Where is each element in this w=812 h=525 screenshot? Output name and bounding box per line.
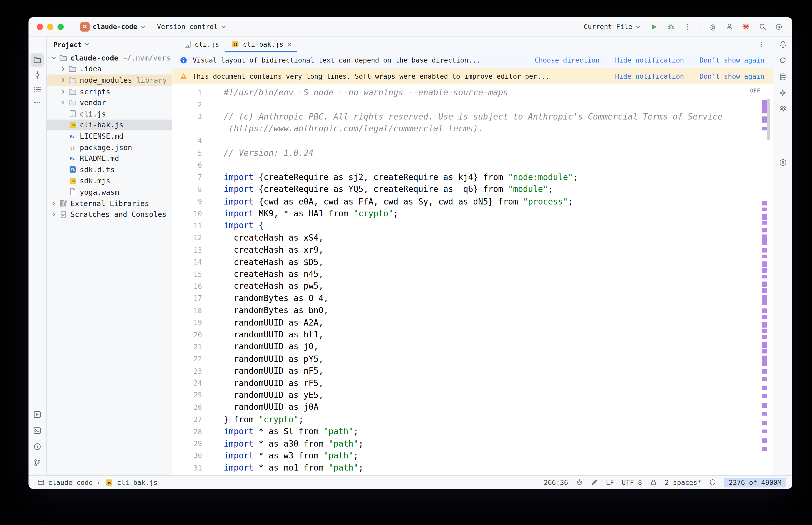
search-icon[interactable] xyxy=(756,20,768,33)
code-line[interactable]: 22 randomUUID as pY5, xyxy=(172,353,773,365)
line-number[interactable]: 28 xyxy=(172,427,202,435)
tree-item-cli.js[interactable]: 10JScli.js xyxy=(47,108,172,119)
project-icon[interactable] xyxy=(31,53,44,66)
code-line[interactable]: 23 randomUUID as nF5, xyxy=(172,365,773,377)
tab-cli-bak.js[interactable]: JScli-bak.js× xyxy=(225,37,297,52)
tree-item-readme.md[interactable]: M↓README.md xyxy=(47,153,172,164)
lock-icon[interactable] xyxy=(650,479,657,486)
line-number[interactable]: 29 xyxy=(172,439,202,448)
code-editor[interactable]: 1#!/usr/bin/env -S node --no-warnings --… xyxy=(172,85,773,475)
tree-item-vendor[interactable]: vendor xyxy=(47,97,172,108)
tree-item-sdk.mjs[interactable]: JSsdk.mjs xyxy=(47,175,172,186)
readonly-toggle-icon[interactable] xyxy=(591,479,598,486)
database-icon[interactable] xyxy=(776,70,789,83)
chevron-down-icon[interactable] xyxy=(50,55,58,61)
line-number[interactable]: 9 xyxy=(172,197,202,206)
line-number[interactable]: 25 xyxy=(172,391,202,399)
line-number[interactable]: 27 xyxy=(172,415,202,423)
chevron-right-icon[interactable] xyxy=(50,212,58,217)
services-icon[interactable] xyxy=(31,408,44,421)
tab-close-icon[interactable]: × xyxy=(287,40,292,48)
caret-position-widget[interactable]: 266:36 xyxy=(544,478,568,486)
code-line[interactable]: 30import * as w3 from "path"; xyxy=(172,450,773,462)
chevron-right-icon[interactable] xyxy=(50,200,58,206)
code-line[interactable]: 27} from "crypto"; xyxy=(172,413,773,425)
code-line[interactable]: (https://www.anthropic.com/legal/commerc… xyxy=(172,123,773,135)
close-window-button[interactable] xyxy=(37,24,43,30)
tab-options-icon[interactable] xyxy=(755,38,767,50)
line-number[interactable]: 16 xyxy=(172,282,202,290)
code-line[interactable]: 24 randomUUID as rF5, xyxy=(172,377,773,389)
code-line[interactable]: 7import {createRequire as sj2, createReq… xyxy=(172,171,773,183)
line-number[interactable]: 7 xyxy=(172,173,202,181)
code-line[interactable]: 9import {cwd as e0A, cwd as FfA, cwd as … xyxy=(172,195,773,208)
line-number[interactable]: 22 xyxy=(172,355,202,363)
code-line[interactable]: 31import * as mo1 from "path"; xyxy=(172,462,773,474)
line-number[interactable]: 6 xyxy=(172,161,202,169)
line-number[interactable]: 30 xyxy=(172,451,202,460)
shield-icon[interactable] xyxy=(709,479,717,486)
code-line[interactable]: 20 randomUUID as ht1, xyxy=(172,329,773,341)
zoom-window-button[interactable] xyxy=(58,24,64,30)
code-line[interactable]: 15 createHash as n45, xyxy=(172,268,773,280)
line-number[interactable]: 17 xyxy=(172,294,202,302)
line-number[interactable]: 3 xyxy=(172,112,202,121)
banner-link-hide-notification[interactable]: Hide notification xyxy=(615,72,684,80)
code-line[interactable]: 12 createHash as xS4, xyxy=(172,232,773,244)
version-control-icon[interactable] xyxy=(31,456,44,469)
more-icon[interactable] xyxy=(31,96,44,109)
code-line[interactable]: 3// (c) Anthropic PBC. All rights reserv… xyxy=(172,111,773,123)
line-number[interactable]: 10 xyxy=(172,209,202,217)
code-line[interactable]: 6 xyxy=(172,159,773,171)
debug-button[interactable] xyxy=(664,20,677,33)
vcs-widget[interactable]: Version control xyxy=(154,21,229,32)
breadcrumb-project[interactable]: claude-code xyxy=(48,478,93,486)
tree-item-scratches-and-consoles[interactable]: Scratches and Consoles xyxy=(47,209,172,220)
memory-indicator[interactable]: 2376 of 4900M xyxy=(724,477,786,487)
code-line[interactable]: 1#!/usr/bin/env -S node --no-warnings --… xyxy=(172,87,773,99)
breadcrumb-file[interactable]: cli-bak.js xyxy=(117,478,158,486)
maven-icon[interactable]: M xyxy=(776,156,789,169)
code-line[interactable]: 13 createHash as xr9, xyxy=(172,244,773,256)
encoding-widget[interactable]: UTF-8 xyxy=(622,478,642,486)
line-number[interactable]: 2 xyxy=(172,100,202,109)
code-line[interactable]: 11import { xyxy=(172,220,773,232)
structure-icon[interactable] xyxy=(31,83,44,96)
line-number[interactable]: 21 xyxy=(172,342,202,351)
line-number[interactable]: 24 xyxy=(172,379,202,387)
scrollbar-thumb[interactable] xyxy=(767,99,770,140)
red-asterisk-icon[interactable] xyxy=(740,20,752,33)
banner-link-don-t-show-again[interactable]: Don't show again xyxy=(699,72,764,80)
chevron-right-icon[interactable] xyxy=(59,66,68,72)
project-widget[interactable]: CC claude-code xyxy=(77,20,149,33)
line-separator-widget[interactable]: LF xyxy=(606,478,614,486)
run-button[interactable] xyxy=(648,20,660,33)
tree-item-package.json[interactable]: {}package.json xyxy=(47,142,172,153)
code-line[interactable]: 8import {createRequire as YQ5, createReq… xyxy=(172,183,773,195)
editor-scrollbar[interactable] xyxy=(762,85,770,475)
code-line[interactable]: 16 createHash as pw5, xyxy=(172,280,773,292)
line-number[interactable]: 4 xyxy=(172,137,202,145)
run-config-widget[interactable]: Current File xyxy=(581,21,644,32)
line-number[interactable]: 18 xyxy=(172,306,202,314)
banner-link-choose-direction[interactable]: Choose direction xyxy=(535,56,600,64)
indent-widget[interactable]: 2 spaces* xyxy=(665,478,702,486)
mentions-icon[interactable]: @ xyxy=(706,20,719,33)
tree-item-external-libraries[interactable]: External Libraries xyxy=(47,197,172,209)
problems-icon[interactable] xyxy=(31,440,44,453)
line-number[interactable]: 26 xyxy=(172,403,202,411)
line-number[interactable]: 8 xyxy=(172,185,202,193)
line-number[interactable]: 5 xyxy=(172,149,202,157)
banner-link-hide-notification[interactable]: Hide notification xyxy=(615,56,684,64)
chevron-right-icon[interactable] xyxy=(59,78,68,83)
project-panel-header[interactable]: Project xyxy=(47,37,172,52)
tree-item-cli-bak.js[interactable]: JScli-bak.js xyxy=(47,119,172,130)
line-number[interactable]: 12 xyxy=(172,234,202,242)
code-line[interactable]: 17 randomBytes as O_4, xyxy=(172,292,773,304)
settings-icon[interactable] xyxy=(773,20,785,33)
tree-item-node-modules[interactable]: node_moduleslibrary xyxy=(47,75,172,86)
code-line[interactable]: 26 randomUUID as j0A xyxy=(172,401,773,413)
code-line[interactable]: 2 xyxy=(172,99,773,111)
line-number[interactable]: 15 xyxy=(172,270,202,278)
line-number[interactable]: 11 xyxy=(172,221,202,230)
